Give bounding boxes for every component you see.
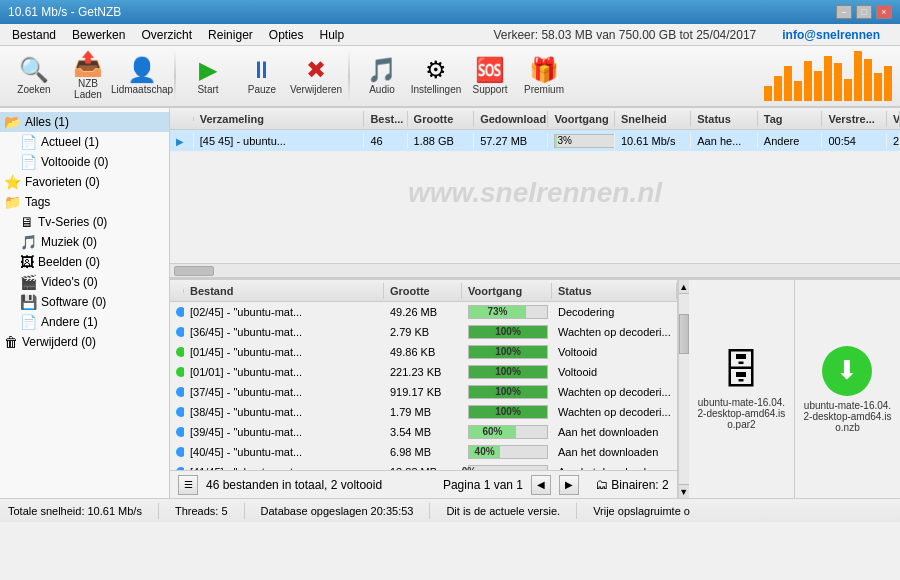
sidebar-item-tvseries[interactable]: 🖥 Tv-Series (0) bbox=[0, 212, 169, 232]
start-button[interactable]: ▶ Start bbox=[182, 49, 234, 103]
files-footer: ☰ 46 bestanden in totaal, 2 voltooid Pag… bbox=[170, 470, 677, 498]
nzb-load-button[interactable]: 📤 NZB Laden bbox=[62, 49, 114, 103]
sidebar-item-favorieten[interactable]: ⭐ Favorieten (0) bbox=[0, 172, 169, 192]
vertical-scrollbar[interactable]: ▲ ▼ bbox=[678, 280, 689, 498]
file-name: [36/45] - "ubuntu-mat... bbox=[184, 325, 384, 339]
file-status: Aan het downloaden bbox=[552, 445, 677, 459]
files-list: [02/45] - "ubuntu-mat... 49.26 MB 73% De… bbox=[170, 302, 677, 470]
preview-item-par2[interactable]: 🗄 ubuntu-mate-16.04.2-desktop-amd64.iso.… bbox=[689, 280, 795, 498]
bottom-section: Bestand Grootte Voortgang Status [02/45]… bbox=[170, 278, 900, 498]
preview-item-nzb[interactable]: ⬇ ubuntu-mate-16.04.2-desktop-amd64.iso.… bbox=[795, 280, 900, 498]
bar4 bbox=[794, 81, 802, 101]
music-icon: 🎵 bbox=[20, 234, 37, 250]
menu-reiniger[interactable]: Reiniger bbox=[200, 26, 261, 44]
col-verstre: Verstre... bbox=[822, 111, 887, 127]
file-status: Wachten op decoderi... bbox=[552, 325, 677, 339]
file-size: 221.23 KB bbox=[384, 365, 462, 379]
sidebar-item-alles[interactable]: 📂 Alles (1) bbox=[0, 112, 169, 132]
file-row[interactable]: [02/45] - "ubuntu-mat... 49.26 MB 73% De… bbox=[170, 302, 677, 322]
row-speed: 10.61 Mb/s bbox=[615, 133, 691, 149]
file-size: 6.98 MB bbox=[384, 445, 462, 459]
file-size: 919.17 KB bbox=[384, 385, 462, 399]
prev-page-btn[interactable]: ◀ bbox=[531, 475, 551, 495]
titlebar: 10.61 Mb/s - GetNZB − □ × bbox=[0, 0, 900, 24]
col-status2: Status bbox=[552, 283, 677, 299]
file-row[interactable]: [41/45] - "ubuntu-mat... 13.83 MB 0% Aan… bbox=[170, 462, 677, 470]
file-dot bbox=[170, 406, 184, 418]
audio-icon: 🎵 bbox=[367, 58, 397, 82]
file-size: 49.26 MB bbox=[384, 305, 462, 319]
sidebar-item-software[interactable]: 💾 Software (0) bbox=[0, 292, 169, 312]
menu-hulp[interactable]: Hulp bbox=[312, 26, 353, 44]
sep1 bbox=[158, 503, 159, 519]
files-summary: 46 bestanden in totaal, 2 voltooid bbox=[206, 478, 382, 492]
file-dot bbox=[170, 386, 184, 398]
sidebar-item-voltooide[interactable]: 📄 Voltooide (0) bbox=[0, 152, 169, 172]
file-progress: 100% bbox=[462, 384, 552, 400]
tags-folder-icon: 📁 bbox=[4, 194, 21, 210]
statusbar: Totale snelheid: 10.61 Mb/s Threads: 5 D… bbox=[0, 498, 900, 522]
sidebar-item-muziek[interactable]: 🎵 Muziek (0) bbox=[0, 232, 169, 252]
bar11 bbox=[864, 59, 872, 101]
sidebar-item-videos[interactable]: 🎬 Video's (0) bbox=[0, 272, 169, 292]
file-name: [02/45] - "ubuntu-mat... bbox=[184, 305, 384, 319]
membership-button[interactable]: 👤 Lidmaatschap bbox=[116, 49, 168, 103]
total-speed: Totale snelheid: 10.61 Mb/s bbox=[8, 505, 142, 517]
col-voortgang2: Voortgang bbox=[462, 283, 552, 299]
col-best: Best... bbox=[364, 111, 407, 127]
col-voortgang: Voortgang bbox=[548, 111, 615, 127]
row-tag: Andere bbox=[758, 133, 823, 149]
horizontal-scrollbar[interactable] bbox=[170, 263, 900, 277]
queue-row[interactable]: ▶ [45 45] - ubuntu... 46 1.88 GB 57.27 M… bbox=[170, 130, 900, 152]
file-row[interactable]: [01/45] - "ubuntu-mat... 49.86 KB 100% V… bbox=[170, 342, 677, 362]
scroll-up-btn[interactable]: ▲ bbox=[679, 280, 689, 294]
bar10 bbox=[854, 51, 862, 101]
support-button[interactable]: 🆘 Support bbox=[464, 49, 516, 103]
file-name: [39/45] - "ubuntu-mat... bbox=[184, 425, 384, 439]
doc-icon: 📄 bbox=[20, 134, 37, 150]
premium-button[interactable]: 🎁 Premium bbox=[518, 49, 570, 103]
database-info: Database opgeslagen 20:35:53 bbox=[261, 505, 414, 517]
menu-bewerken[interactable]: Bewerken bbox=[64, 26, 133, 44]
menu-overzicht[interactable]: Overzicht bbox=[133, 26, 200, 44]
file-size: 1.79 MB bbox=[384, 405, 462, 419]
sidebar-item-actueel[interactable]: 📄 Actueel (1) bbox=[0, 132, 169, 152]
menu-bestand[interactable]: Bestand bbox=[4, 26, 64, 44]
file-row[interactable]: [40/45] - "ubuntu-mat... 6.98 MB 40% Aan… bbox=[170, 442, 677, 462]
row-progress: 3% bbox=[548, 132, 615, 150]
bar7 bbox=[824, 56, 832, 101]
file-row[interactable]: [01/01] - "ubuntu-mat... 221.23 KB 100% … bbox=[170, 362, 677, 382]
delete-button[interactable]: ✖ Verwijderen bbox=[290, 49, 342, 103]
file-row[interactable]: [38/45] - "ubuntu-mat... 1.79 MB 100% Wa… bbox=[170, 402, 677, 422]
download-icon: ⬇ bbox=[822, 346, 872, 396]
row-downloaded: 57.27 MB bbox=[474, 133, 548, 149]
settings-button[interactable]: ⚙ Instellingen bbox=[410, 49, 462, 103]
sidebar-item-andere[interactable]: 📄 Andere (1) bbox=[0, 312, 169, 332]
file-row[interactable]: [39/45] - "ubuntu-mat... 3.54 MB 60% Aan… bbox=[170, 422, 677, 442]
maximize-button[interactable]: □ bbox=[856, 5, 872, 19]
file-name: [38/45] - "ubuntu-mat... bbox=[184, 405, 384, 419]
file-progress: 60% bbox=[462, 424, 552, 440]
watermark: www.snelrennen.nl bbox=[408, 177, 662, 209]
sidebar-item-beelden[interactable]: 🖼 Beelden (0) bbox=[0, 252, 169, 272]
sidebar-item-tags[interactable]: 📁 Tags bbox=[0, 192, 169, 212]
row-size: 1.88 GB bbox=[408, 133, 475, 149]
scroll-down-btn[interactable]: ▼ bbox=[679, 484, 689, 498]
footer-list-icon[interactable]: ☰ bbox=[178, 475, 198, 495]
sidebar-item-verwijderd[interactable]: 🗑 Verwijderd (0) bbox=[0, 332, 169, 352]
file-row[interactable]: [36/45] - "ubuntu-mat... 2.79 KB 100% Wa… bbox=[170, 322, 677, 342]
progress-bar: 3% bbox=[554, 134, 615, 148]
col-verzameling: Verzameling bbox=[194, 111, 365, 127]
audio-button[interactable]: 🎵 Audio bbox=[356, 49, 408, 103]
minimize-button[interactable]: − bbox=[836, 5, 852, 19]
file-name: [37/45] - "ubuntu-mat... bbox=[184, 385, 384, 399]
menu-opties[interactable]: Opties bbox=[261, 26, 312, 44]
file-dot bbox=[170, 346, 184, 358]
traffic-info: Verkeer: 58.03 MB van 750.00 GB tot 25/0… bbox=[477, 26, 896, 44]
pause-button[interactable]: ⏸ Pauze bbox=[236, 49, 288, 103]
next-page-btn[interactable]: ▶ bbox=[559, 475, 579, 495]
close-button[interactable]: × bbox=[876, 5, 892, 19]
search-button[interactable]: 🔍 Zoeken bbox=[8, 49, 60, 103]
file-row[interactable]: [37/45] - "ubuntu-mat... 919.17 KB 100% … bbox=[170, 382, 677, 402]
window-controls: − □ × bbox=[836, 5, 892, 19]
